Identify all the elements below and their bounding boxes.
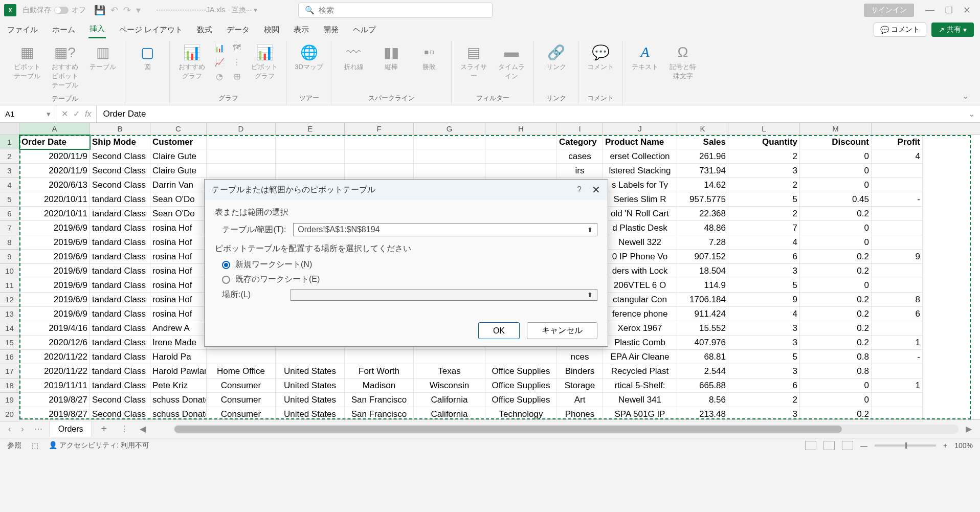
cell[interactable]: 3 [728, 264, 800, 278]
cell[interactable]: tandard Class [90, 221, 150, 235]
cell[interactable]: rosina Hof [150, 235, 207, 250]
help-icon[interactable]: ? [577, 185, 582, 194]
cell[interactable] [872, 321, 923, 336]
cell[interactable]: California [414, 393, 485, 407]
cell[interactable]: 0 [800, 235, 872, 250]
cell[interactable]: 2 [728, 207, 800, 221]
cell[interactable] [485, 164, 557, 178]
column-header[interactable]: H [485, 123, 557, 135]
cell[interactable]: 6 [872, 307, 923, 321]
cell[interactable] [872, 407, 923, 421]
cell[interactable]: United States [276, 407, 345, 421]
cell[interactable]: Newell 322 [603, 235, 677, 250]
cell[interactable]: tandard Class [90, 350, 150, 364]
cell[interactable]: tandard Class [90, 207, 150, 221]
fx-icon[interactable]: fx [85, 109, 91, 119]
cell[interactable]: 0 [800, 393, 872, 407]
pivot-chart-button[interactable]: 📊ピボットグラフ [247, 41, 282, 83]
cell[interactable]: 2020/12/6 [19, 336, 90, 350]
cell[interactable]: 731.94 [677, 164, 728, 178]
expand-formula-bar-icon[interactable]: ⌄ [963, 109, 980, 119]
cell[interactable]: 0.2 [800, 336, 872, 350]
cell[interactable]: 2 [728, 393, 800, 407]
column-header[interactable]: J [603, 123, 677, 135]
cell[interactable]: Profit [872, 135, 923, 149]
cell[interactable]: 2019/11/11 [19, 379, 90, 393]
save-icon[interactable]: 💾 [94, 5, 105, 16]
cell[interactable]: 0 [800, 221, 872, 235]
cell[interactable]: 8 [872, 293, 923, 307]
row-header[interactable]: 14 [0, 321, 19, 336]
cell[interactable]: 5 [728, 192, 800, 207]
cell[interactable]: 0 [800, 149, 872, 164]
cell[interactable]: 2020/10/11 [19, 192, 90, 207]
cell[interactable]: 2019/6/9 [19, 307, 90, 321]
cell[interactable]: 3 [728, 336, 800, 350]
share-button[interactable]: ↗ 共有 ▾ [931, 23, 974, 37]
symbol-button[interactable]: Ω記号と特殊文字 [665, 41, 701, 83]
cell[interactable]: ders with Lock [603, 264, 677, 278]
sparkline-winloss-button[interactable]: ▪▫勝敗 [411, 41, 447, 74]
tab-insert[interactable]: 挿入 [88, 21, 106, 38]
cell[interactable]: rosina Hof [150, 250, 207, 264]
cell[interactable]: tandard Class [90, 336, 150, 350]
cell[interactable]: 0 [800, 178, 872, 192]
row-header[interactable]: 8 [0, 235, 19, 250]
cell[interactable]: 0.2 [800, 293, 872, 307]
cell[interactable]: 68.81 [677, 350, 728, 364]
cell[interactable]: 0 [800, 379, 872, 393]
cell[interactable]: Storage [557, 379, 603, 393]
text-button[interactable]: Aテキスト [627, 41, 663, 74]
zoom-out-icon[interactable]: — [860, 441, 867, 450]
cell[interactable]: lstered Stacking [603, 164, 677, 178]
cell[interactable]: 7 [728, 221, 800, 235]
column-header[interactable]: M [800, 123, 872, 135]
tab-formulas[interactable]: 数式 [196, 22, 213, 38]
cell[interactable]: San Francisco [345, 393, 414, 407]
radio-icon[interactable] [222, 276, 230, 284]
collapse-ribbon-icon[interactable]: ⌄ [956, 87, 975, 105]
cell[interactable]: ference phone [603, 307, 677, 321]
cell[interactable]: 0.2 [800, 250, 872, 264]
cell[interactable]: Harold Pawlan [150, 364, 207, 379]
sparkline-column-button[interactable]: ▮▮縦棒 [373, 41, 409, 74]
cell[interactable]: irs [557, 164, 603, 178]
timeline-button[interactable]: ▬タイムライン [494, 41, 529, 83]
cell[interactable]: Plastic Comb [603, 336, 677, 350]
cell[interactable]: cases [557, 149, 603, 164]
cell[interactable]: Newell 341 [603, 393, 677, 407]
macro-record-icon[interactable]: ⬚ [32, 441, 38, 450]
cell[interactable]: Art [557, 393, 603, 407]
cell[interactable]: Home Office [207, 364, 276, 379]
cell[interactable]: 9 [728, 293, 800, 307]
cell[interactable] [345, 149, 414, 164]
row-header[interactable]: 11 [0, 278, 19, 293]
cancel-formula-icon[interactable]: ✕ [61, 109, 68, 119]
cell[interactable]: 3 [728, 164, 800, 178]
accept-formula-icon[interactable]: ✓ [73, 109, 80, 119]
cell[interactable]: Series Slim R [603, 192, 677, 207]
row-header[interactable]: 10 [0, 264, 19, 278]
cell[interactable]: Phones [557, 407, 603, 421]
cell[interactable]: 1 [872, 379, 923, 393]
cell[interactable]: 6 [728, 379, 800, 393]
cell[interactable]: Consumer [207, 393, 276, 407]
chart-line-icon[interactable]: 📈 [212, 55, 227, 69]
cell[interactable]: Discount [800, 135, 872, 149]
recommended-pivot-button[interactable]: ▦?おすすめピボットテーブル [47, 41, 83, 92]
row-header[interactable]: 4 [0, 178, 19, 192]
cell[interactable]: tandard Class [90, 307, 150, 321]
cell[interactable]: 5 [728, 350, 800, 364]
cell[interactable]: Office Supplies [485, 379, 557, 393]
cell[interactable]: schuss Donate [150, 407, 207, 421]
row-header[interactable]: 18 [0, 379, 19, 393]
cell[interactable]: 206VTEL 6 O [603, 278, 677, 293]
cell[interactable]: California [414, 407, 485, 421]
tab-data[interactable]: データ [226, 22, 251, 38]
row-header[interactable]: 5 [0, 192, 19, 207]
cell[interactable]: - [872, 192, 923, 207]
cell[interactable]: 0.8 [800, 364, 872, 379]
cell[interactable]: EPA Air Cleane [603, 350, 677, 364]
cell[interactable]: old 'N Roll Cart [603, 207, 677, 221]
cell[interactable]: rosina Hof [150, 221, 207, 235]
